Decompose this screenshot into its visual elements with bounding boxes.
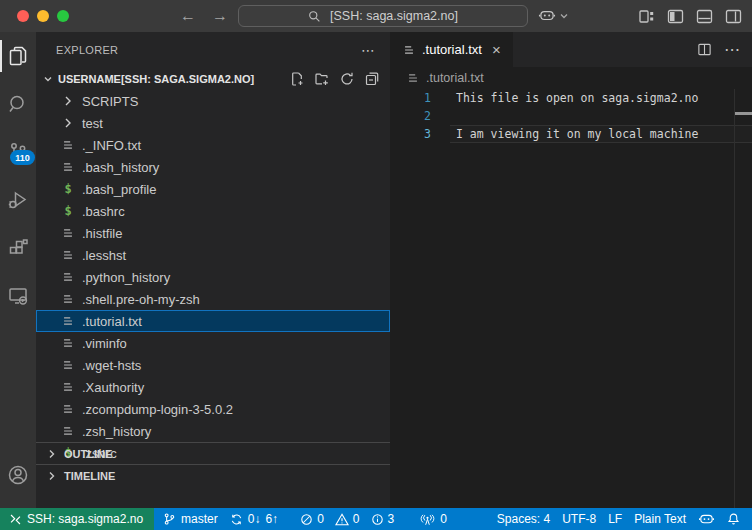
- file-row[interactable]: .wget-hsts: [36, 354, 390, 376]
- git-branch-item[interactable]: master: [157, 508, 224, 530]
- shell-file-icon: $: [60, 203, 76, 219]
- outline-section[interactable]: OUTLINE: [36, 442, 390, 464]
- file-row[interactable]: .python_history: [36, 266, 390, 288]
- indentation-item[interactable]: Spaces: 4: [491, 508, 556, 530]
- collapse-all-icon[interactable]: [364, 71, 380, 87]
- code-line[interactable]: 3I am viewing it on my local machine: [390, 125, 752, 143]
- sidebar-item-search[interactable]: [0, 82, 36, 126]
- ports-count: 0: [440, 512, 447, 526]
- copilot-menu[interactable]: [538, 0, 568, 32]
- sidebar-item-explorer[interactable]: [0, 34, 36, 78]
- file-row[interactable]: .Xauthority: [36, 376, 390, 398]
- bell-icon: [727, 512, 740, 526]
- sidebar-item-extensions[interactable]: [0, 226, 36, 270]
- encoding-item[interactable]: UTF-8: [556, 508, 602, 530]
- toggle-panel-icon[interactable]: [696, 8, 713, 25]
- file-row[interactable]: .lesshst: [36, 244, 390, 266]
- code-line[interactable]: 2: [390, 107, 752, 125]
- workspace-name: USERNAME[SSH: SAGA.SIGMA2.NO]: [58, 73, 254, 85]
- text-file-icon: [60, 137, 76, 153]
- close-window-button[interactable]: [17, 10, 29, 22]
- file-label: .python_history: [82, 270, 170, 285]
- text-file-icon: [60, 335, 76, 351]
- toggle-secondary-sidebar-icon[interactable]: [725, 8, 742, 25]
- problems-item[interactable]: 0 0 3: [294, 508, 400, 530]
- line-text: This file is open on saga.sigma2.no: [450, 89, 752, 107]
- sidebar-title: EXPLORER: [56, 44, 118, 56]
- text-file-icon: [60, 379, 76, 395]
- file-row[interactable]: .viminfo: [36, 332, 390, 354]
- file-label: ._INFO.txt: [82, 138, 141, 153]
- remote-indicator[interactable]: SSH: saga.sigma2.no: [0, 508, 154, 530]
- customize-layout-icon[interactable]: [638, 8, 655, 25]
- line-text: [450, 107, 752, 125]
- line-number: 3: [390, 125, 450, 143]
- file-row[interactable]: .tutorial.txt: [36, 310, 390, 332]
- navigate-back-button[interactable]: ←: [180, 7, 196, 25]
- new-file-icon[interactable]: [289, 71, 305, 87]
- code-line[interactable]: 1This file is open on saga.sigma2.no: [390, 89, 752, 107]
- file-label: .tutorial.txt: [82, 314, 142, 329]
- zoom-window-button[interactable]: [57, 10, 69, 22]
- toggle-primary-sidebar-icon[interactable]: [667, 8, 684, 25]
- file-label: SCRIPTS: [82, 94, 138, 109]
- file-label: .shell.pre-oh-my-zsh: [82, 292, 200, 307]
- file-label: .zcompdump-login-3-5.0.2: [82, 402, 233, 417]
- navigate-forward-button[interactable]: →: [212, 7, 228, 25]
- explorer-more-actions-button[interactable]: ⋯: [361, 42, 376, 58]
- file-list: SCRIPTStest._INFO.txt.bash_history$.bash…: [36, 90, 390, 464]
- breadcrumb[interactable]: .tutorial.txt: [390, 67, 752, 89]
- account-icon: [6, 463, 30, 487]
- run-debug-icon: [6, 188, 30, 212]
- status-bar: SSH: saga.sigma2.no master 0↓ 6↑ 0 0 3: [0, 508, 752, 530]
- notifications-item[interactable]: [721, 508, 746, 530]
- file-row[interactable]: .bash_history: [36, 156, 390, 178]
- close-tab-icon[interactable]: ×: [492, 41, 501, 58]
- sidebar-item-run-debug[interactable]: [0, 178, 36, 222]
- sidebar-item-remote-explorer[interactable]: [0, 274, 36, 318]
- file-row[interactable]: .shell.pre-oh-my-zsh: [36, 288, 390, 310]
- new-folder-icon[interactable]: [314, 71, 330, 87]
- warning-icon: [335, 513, 349, 526]
- line-number: 1: [390, 89, 450, 107]
- editor-more-actions-icon[interactable]: ⋯: [724, 40, 740, 59]
- file-label: .bash_history: [82, 160, 159, 175]
- title-bar: ← → [SSH: saga.sigma2.no]: [0, 0, 752, 32]
- split-editor-icon[interactable]: [697, 42, 712, 57]
- error-icon: [300, 513, 313, 526]
- git-sync-item[interactable]: 0↓ 6↑: [224, 508, 284, 530]
- file-row[interactable]: $.bashrc: [36, 200, 390, 222]
- remote-explorer-icon: [6, 284, 30, 308]
- file-row[interactable]: ._INFO.txt: [36, 134, 390, 156]
- file-row[interactable]: $.bash_profile: [36, 178, 390, 200]
- code-area[interactable]: 1This file is open on saga.sigma2.no23I …: [390, 89, 752, 508]
- folder-row[interactable]: SCRIPTS: [36, 90, 390, 112]
- activity-bar: 110: [0, 32, 36, 508]
- accounts-button[interactable]: [0, 453, 36, 497]
- chevron-right-icon: [44, 468, 60, 484]
- language-mode-item[interactable]: Plain Text: [628, 508, 692, 530]
- chevron-right-icon: [44, 446, 60, 462]
- minimize-window-button[interactable]: [37, 10, 49, 22]
- copilot-icon: [698, 513, 715, 526]
- folder-row[interactable]: test: [36, 112, 390, 134]
- chevron-down-icon: [40, 71, 56, 87]
- text-file-icon: [60, 225, 76, 241]
- text-file-icon: [402, 43, 416, 57]
- refresh-icon[interactable]: [339, 71, 355, 87]
- chevron-down-icon: [560, 13, 568, 19]
- text-file-icon: [60, 269, 76, 285]
- tab-tutorial-txt[interactable]: .tutorial.txt ×: [390, 32, 513, 67]
- file-row[interactable]: .zcompdump-login-3-5.0.2: [36, 398, 390, 420]
- magnifier-icon: [308, 10, 321, 23]
- copilot-status-item[interactable]: [692, 508, 721, 530]
- file-row[interactable]: .histfile: [36, 222, 390, 244]
- file-row[interactable]: .zsh_history: [36, 420, 390, 442]
- explorer-section-header[interactable]: USERNAME[SSH: SAGA.SIGMA2.NO]: [36, 68, 390, 90]
- remote-icon: [9, 513, 22, 526]
- timeline-section[interactable]: TIMELINE: [36, 464, 390, 486]
- command-center[interactable]: [SSH: saga.sigma2.no]: [238, 5, 528, 27]
- file-label: .lesshst: [82, 248, 126, 263]
- ports-item[interactable]: 0: [414, 508, 453, 530]
- eol-item[interactable]: LF: [602, 508, 628, 530]
